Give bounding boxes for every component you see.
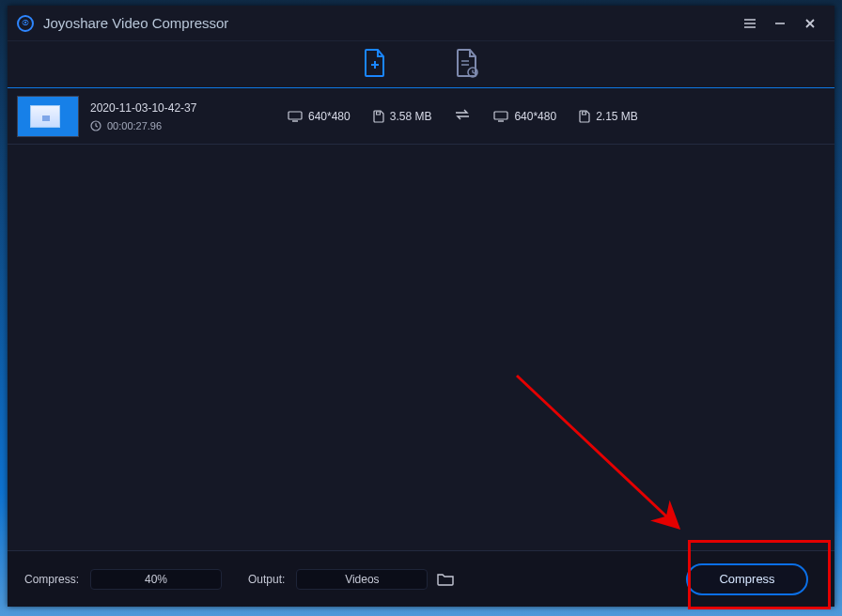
folder-icon	[437, 573, 454, 586]
duration-text: 00:00:27.96	[107, 120, 162, 131]
svg-rect-3	[376, 112, 380, 115]
add-file-button[interactable]	[362, 48, 388, 82]
convert-arrow-icon	[454, 109, 471, 123]
compress-button-label: Compress	[719, 572, 774, 586]
compress-value-text: 40%	[145, 573, 167, 586]
app-logo-icon	[17, 15, 34, 32]
target-resolution-text: 640*480	[514, 110, 556, 123]
menu-button[interactable]	[735, 9, 765, 38]
target-resolution: 640*480	[493, 110, 556, 123]
file-info: 2020-11-03-10-42-37 00:00:27.96	[90, 101, 288, 131]
file-name: 2020-11-03-10-42-37	[90, 101, 288, 115]
minimize-button[interactable]	[765, 9, 795, 38]
source-resolution-text: 640*480	[308, 110, 351, 123]
app-window: Joyoshare Video Compressor	[8, 6, 834, 607]
source-size-text: 3.58 MB	[390, 110, 432, 123]
app-title: Joyoshare Video Compressor	[43, 15, 735, 31]
toolbar	[8, 41, 834, 88]
monitor-icon	[288, 111, 303, 122]
target-size: 2.15 MB	[579, 110, 638, 123]
source-size: 3.58 MB	[373, 110, 432, 123]
output-label: Output:	[248, 573, 285, 586]
open-folder-button[interactable]	[437, 573, 454, 586]
svg-rect-2	[288, 112, 302, 119]
video-thumbnail	[17, 96, 79, 137]
monitor-icon	[493, 111, 508, 122]
footer: Compress: 40% Output: Videos Compress	[8, 550, 834, 607]
title-bar: Joyoshare Video Compressor	[8, 6, 834, 41]
source-resolution: 640*480	[288, 110, 351, 123]
svg-rect-5	[583, 112, 586, 115]
file-specs: 640*480 3.58 MB 640*480 2.15 MB	[288, 109, 638, 123]
disk-icon	[579, 110, 590, 123]
history-button[interactable]	[454, 48, 480, 82]
svg-rect-4	[494, 112, 507, 119]
compress-button[interactable]: Compress	[686, 563, 808, 595]
close-button[interactable]	[795, 9, 825, 38]
compress-value-field[interactable]: 40%	[90, 569, 222, 590]
output-value-field[interactable]: Videos	[296, 569, 428, 590]
disk-icon	[373, 110, 384, 123]
target-size-text: 2.15 MB	[596, 110, 638, 123]
file-list: 2020-11-03-10-42-37 00:00:27.96 640*480 …	[8, 88, 834, 548]
file-item[interactable]: 2020-11-03-10-42-37 00:00:27.96 640*480 …	[8, 88, 834, 145]
clock-icon	[90, 120, 101, 131]
compress-label: Compress:	[24, 573, 79, 586]
file-duration: 00:00:27.96	[90, 120, 288, 131]
output-value-text: Videos	[345, 573, 379, 586]
